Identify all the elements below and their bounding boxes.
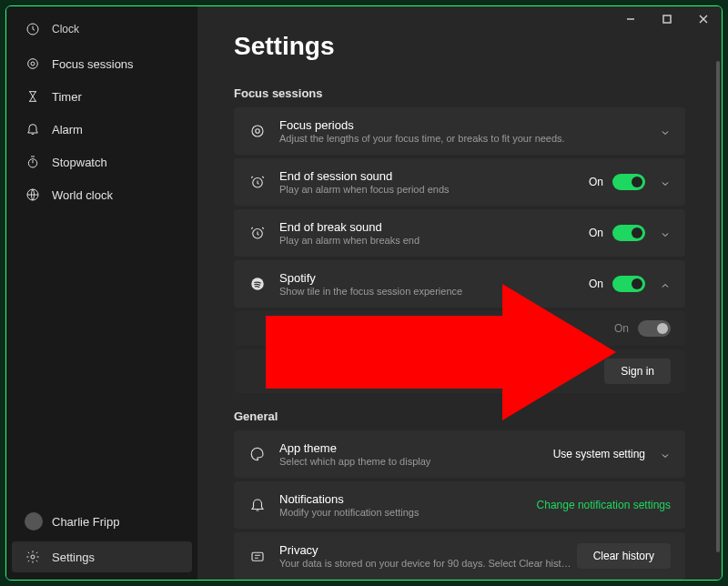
toggle-state: On	[614, 322, 629, 335]
card-body: Privacy Your data is stored on your devi…	[279, 543, 577, 569]
sidebar-item-focus-sessions[interactable]: Focus sessions	[12, 48, 192, 79]
card-body: App theme Select which app theme to disp…	[279, 441, 553, 467]
close-button[interactable]	[685, 6, 722, 32]
section-focus-label: Focus sessions	[234, 86, 685, 100]
card-sub: Automatically start music when starting …	[270, 323, 614, 336]
section-general-label: General	[234, 409, 685, 423]
card-title: Spotify	[279, 271, 589, 285]
card-body: Spotify Show tile in the focus session e…	[279, 271, 589, 297]
toggle-end-session[interactable]	[612, 174, 645, 190]
card-sub: Select which app theme to display	[279, 456, 553, 467]
page-title: Settings	[234, 32, 685, 61]
alarm-icon	[25, 121, 41, 137]
sidebar-label: World clock	[52, 188, 113, 202]
card-title: Notifications	[279, 492, 537, 506]
sidebar-item-world-clock[interactable]: World clock	[12, 179, 192, 210]
sidebar-label: Focus sessions	[52, 57, 134, 71]
focus-icon	[25, 56, 41, 72]
card-right: On	[614, 320, 671, 337]
sidebar: Clock Focus sessions Timer Alarm Stopwat…	[6, 6, 197, 580]
card-right: On	[589, 174, 671, 190]
card-title: App theme	[279, 441, 553, 455]
app-title-row: Clock	[12, 14, 192, 45]
card-body: Notifications Modify your notification s…	[279, 492, 537, 518]
main-panel: Settings Focus sessions Focus periods Ad…	[197, 6, 722, 580]
card-sub: Show tile in the focus session experienc…	[279, 286, 589, 297]
card-right	[654, 126, 671, 136]
sidebar-item-alarm[interactable]: Alarm	[12, 114, 192, 145]
svg-rect-6	[663, 15, 671, 23]
card-title: End of session sound	[279, 169, 589, 183]
card-sub: Your data is stored on your device for 9…	[279, 558, 577, 569]
alarm-clock-icon	[248, 224, 267, 242]
sidebar-item-timer[interactable]: Timer	[12, 81, 192, 112]
svg-point-1	[28, 59, 38, 69]
focus-periods-icon	[248, 122, 267, 140]
clear-history-button[interactable]: Clear history	[577, 543, 671, 569]
clock-app-icon	[25, 21, 41, 37]
card-sub: Play an alarm when focus period ends	[279, 184, 589, 195]
notifications-link[interactable]: Change notification settings	[537, 499, 671, 511]
card-right: Change notification settings	[537, 499, 671, 511]
card-notifications[interactable]: Notifications Modify your notification s…	[234, 481, 685, 529]
chevron-down-icon[interactable]	[660, 227, 671, 238]
chevron-down-icon[interactable]	[660, 449, 671, 460]
stopwatch-icon	[25, 154, 41, 170]
card-end-session-sound[interactable]: End of session sound Play an alarm when …	[234, 158, 685, 206]
sidebar-item-settings[interactable]: Settings	[12, 541, 192, 572]
sidebar-label: Settings	[52, 551, 95, 564]
svg-point-2	[31, 62, 35, 66]
toggle-state: On	[589, 227, 603, 239]
card-body: End of break sound Play an alarm when br…	[279, 220, 589, 246]
toggle-end-break[interactable]	[612, 225, 645, 241]
sidebar-item-stopwatch[interactable]: Stopwatch	[12, 146, 192, 177]
card-body: Automatically start music when starting …	[270, 322, 614, 336]
theme-value: Use system setting	[553, 448, 645, 460]
chevron-down-icon[interactable]	[660, 126, 671, 136]
card-app-theme[interactable]: App theme Select which app theme to disp…	[234, 430, 685, 478]
card-privacy[interactable]: Privacy Your data is stored on your devi…	[234, 532, 685, 580]
card-spotify-auto: Automatically start music when starting …	[234, 311, 685, 346]
theme-icon	[248, 445, 267, 463]
alarm-clock-icon	[248, 173, 267, 191]
card-title: End of break sound	[279, 220, 589, 234]
toggle-state: On	[589, 176, 603, 188]
titlebar	[612, 6, 722, 32]
content: Settings Focus sessions Focus periods Ad…	[197, 6, 722, 580]
app-name: Clock	[52, 23, 79, 35]
card-end-break-sound[interactable]: End of break sound Play an alarm when br…	[234, 209, 685, 257]
card-title: Focus periods	[279, 118, 654, 132]
world-clock-icon	[25, 187, 41, 203]
gear-icon	[25, 549, 41, 565]
sidebar-top: Clock Focus sessions Timer Alarm Stopwat…	[6, 12, 197, 503]
maximize-button[interactable]	[649, 6, 685, 32]
card-sub: Adjust the lengths of your focus time, o…	[279, 133, 654, 144]
toggle-spotify[interactable]	[612, 276, 645, 292]
minimize-button[interactable]	[612, 6, 649, 32]
card-right: On	[589, 276, 671, 292]
app-window: Clock Focus sessions Timer Alarm Stopwat…	[5, 5, 723, 581]
timer-icon	[25, 88, 41, 105]
privacy-icon	[248, 547, 267, 565]
card-spotify[interactable]: Spotify Show tile in the focus session e…	[234, 260, 685, 308]
avatar	[25, 512, 43, 530]
spotify-icon	[248, 275, 267, 293]
svg-point-8	[256, 129, 260, 134]
bell-icon	[248, 496, 267, 514]
card-body: Focus periods Adjust the lengths of your…	[279, 118, 654, 144]
card-focus-periods[interactable]: Focus periods Adjust the lengths of your…	[234, 107, 685, 155]
chevron-up-icon[interactable]	[660, 278, 671, 289]
sidebar-label: Alarm	[52, 123, 83, 136]
svg-point-5	[31, 555, 35, 559]
sign-in-button[interactable]: Sign in	[604, 359, 671, 384]
card-sub: Play an alarm when breaks end	[279, 235, 589, 246]
toggle-spotify-auto[interactable]	[638, 320, 671, 337]
chevron-down-icon[interactable]	[660, 177, 671, 187]
toggle-state: On	[589, 278, 603, 290]
scrollbar[interactable]	[716, 61, 720, 552]
user-row[interactable]: Charlie Fripp	[12, 505, 192, 538]
card-right: Use system setting	[553, 448, 671, 460]
user-name: Charlie Fripp	[52, 515, 119, 529]
card-sub: Modify your notification settings	[279, 507, 537, 518]
svg-rect-12	[252, 552, 263, 561]
